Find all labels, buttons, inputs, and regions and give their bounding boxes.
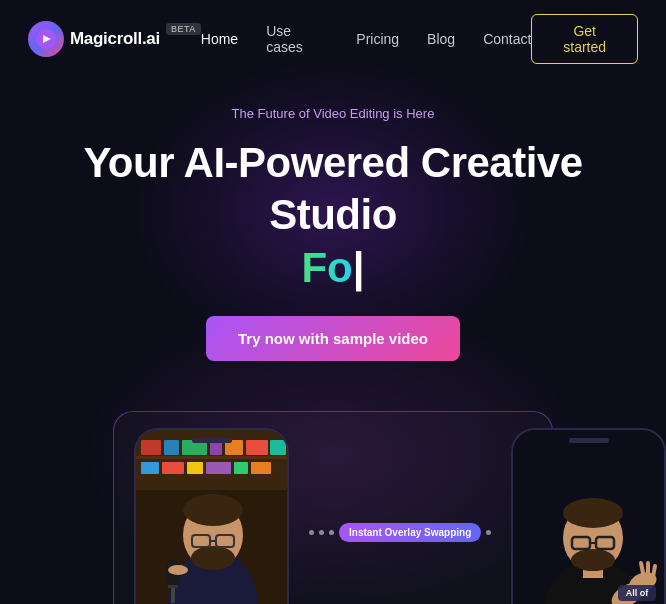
navbar: Magicroll.ai BETA Home Use cases Pricing…: [0, 0, 666, 78]
phone-left-screen: K U Q I M A O: [136, 430, 287, 604]
dot-2: [319, 530, 324, 535]
hero-title-line2: Studio: [20, 191, 646, 239]
brand-name: Magicroll.ai: [70, 29, 160, 49]
svg-rect-15: [234, 462, 248, 474]
svg-rect-5: [182, 440, 207, 455]
cursor: |: [353, 244, 365, 291]
phone-right: All of: [511, 428, 666, 604]
svg-rect-12: [162, 462, 184, 474]
svg-point-32: [563, 498, 623, 528]
nav-use-cases[interactable]: Use cases: [266, 23, 328, 55]
svg-rect-14: [206, 462, 231, 474]
nav-contact[interactable]: Contact: [483, 31, 531, 47]
svg-rect-6: [210, 438, 222, 455]
hero-title-line1: Your AI-Powered Creative: [20, 139, 646, 187]
dot-3: [329, 530, 334, 535]
svg-rect-10: [136, 456, 287, 459]
hero-subtitle: The Future of Video Editing is Here: [20, 106, 646, 121]
hero-section: The Future of Video Editing is Here Your…: [0, 78, 666, 411]
dot-1: [309, 530, 314, 535]
svg-point-33: [571, 549, 615, 571]
svg-line-39: [641, 563, 643, 573]
svg-rect-16: [251, 462, 271, 474]
svg-rect-4: [164, 440, 179, 455]
nav-home[interactable]: Home: [201, 31, 238, 47]
svg-point-19: [183, 494, 243, 526]
svg-line-41: [653, 566, 655, 577]
svg-point-20: [191, 546, 235, 570]
typing-text: Fo: [301, 244, 352, 291]
svg-rect-9: [270, 440, 286, 455]
logo-area[interactable]: Magicroll.ai BETA: [28, 21, 201, 57]
phone-right-screen: All of: [513, 430, 664, 604]
logo-icon: [28, 21, 64, 57]
dot-4: [486, 530, 491, 535]
svg-rect-26: [171, 588, 175, 603]
nav-blog[interactable]: Blog: [427, 31, 455, 47]
all-of-label: All of: [618, 585, 657, 601]
svg-rect-8: [246, 440, 268, 455]
nav-links: Home Use cases Pricing Blog Contact: [201, 23, 532, 55]
svg-point-27: [168, 565, 188, 575]
nav-pricing[interactable]: Pricing: [356, 31, 399, 47]
phone-left-content: [136, 430, 287, 604]
overlay-label: Instant Overlay Swapping: [339, 523, 481, 542]
beta-badge: BETA: [166, 23, 201, 35]
hero-typing: Fo|: [20, 244, 646, 292]
svg-rect-3: [141, 440, 161, 455]
phone-left: K U Q I M A O: [134, 428, 289, 604]
try-sample-button[interactable]: Try now with sample video: [206, 316, 460, 361]
overlay-indicator: Instant Overlay Swapping: [309, 523, 491, 542]
svg-rect-11: [141, 462, 159, 474]
phones-section: K U Q I M A O Instant Overlay Swapping: [0, 411, 666, 604]
svg-rect-7: [225, 440, 243, 455]
get-started-button[interactable]: Get started: [531, 14, 638, 64]
svg-rect-2: [136, 430, 287, 490]
svg-rect-13: [187, 462, 203, 474]
svg-rect-25: [168, 585, 178, 588]
phone-right-content: [513, 430, 664, 604]
phones-wrapper: K U Q I M A O Instant Overlay Swapping: [113, 411, 553, 604]
